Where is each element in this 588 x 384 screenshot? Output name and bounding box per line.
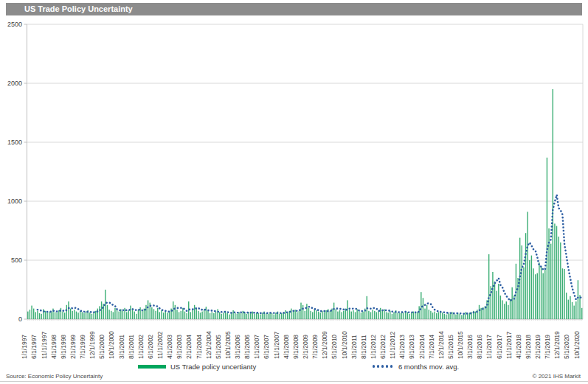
bar-series-swatch-icon <box>138 365 166 369</box>
y-axis-tick-label: 500 <box>0 256 22 264</box>
chart-window: US Trade Policy Uncertainty 050010001500… <box>0 0 588 384</box>
copyright-note: © 2021 IHS Markit <box>533 373 581 380</box>
x-axis-tick-label: 10/1/2020 <box>573 322 588 359</box>
y-axis-tick-label: 0 <box>0 315 22 323</box>
bar-series-label: US Trade policy uncertianty <box>170 363 256 371</box>
y-axis-tick-label: 2000 <box>0 80 22 87</box>
moving-average-swatch-icon <box>373 365 395 367</box>
bottom-divider <box>0 381 588 382</box>
moving-average-label: 6 months mov. avg. <box>398 363 459 371</box>
y-axis-tick-label: 1500 <box>0 139 22 146</box>
footer: Source: Economic Policy Uncertainty © 20… <box>0 371 588 380</box>
legend-item-moving-average: 6 months mov. avg. <box>373 361 459 371</box>
plot-area: 05001000150020002500 1/1/19976/1/199711/… <box>0 0 588 364</box>
y-axis-tick-label: 1000 <box>0 198 22 205</box>
legend: US Trade policy uncertianty 6 months mov… <box>0 361 588 371</box>
y-axis-tick-label: 2500 <box>0 21 22 28</box>
chart-plot-svg <box>0 0 588 361</box>
legend-item-bars: US Trade policy uncertianty <box>138 361 256 371</box>
source-note: Source: Economic Policy Uncertainty <box>6 373 103 380</box>
